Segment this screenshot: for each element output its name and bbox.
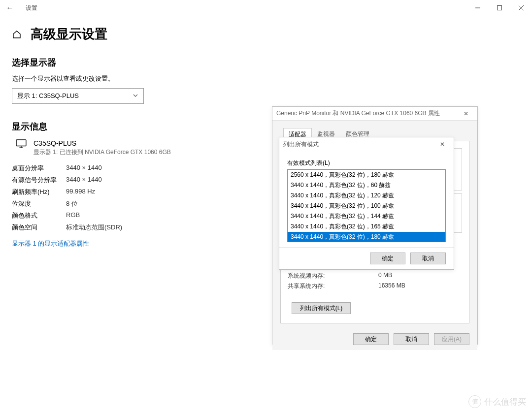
- info-value: 3440 × 1440: [66, 164, 102, 173]
- display-select-value: 显示 1: C35SQ-PLUS: [17, 92, 79, 100]
- apply-button[interactable]: 应用(A): [434, 333, 469, 345]
- monitor-name: C35SQ-PLUS: [33, 139, 171, 147]
- dialog-title: 列出所有模式: [283, 140, 319, 149]
- mode-item[interactable]: 2560 x 1440，真彩色(32 位)，180 赫兹: [288, 170, 445, 180]
- list-all-modes-button[interactable]: 列出所有模式(L): [292, 302, 351, 314]
- cancel-button[interactable]: 取消: [410, 253, 446, 264]
- select-display-hint: 选择一个显示器以查看或更改设置。: [12, 74, 520, 83]
- dialog-titlebar: Generic PnP Monitor 和 NVIDIA GeForce GTX…: [272, 107, 477, 121]
- chevron-down-icon: [133, 93, 138, 100]
- info-label: 桌面分辨率: [12, 164, 66, 173]
- close-button[interactable]: [510, 0, 532, 16]
- close-icon[interactable]: ✕: [435, 141, 450, 148]
- svg-rect-4: [16, 140, 26, 146]
- info-label: 颜色空间: [12, 223, 66, 232]
- back-button[interactable]: ←: [0, 3, 20, 12]
- cancel-button[interactable]: 取消: [394, 333, 429, 345]
- info-value: RGB: [66, 211, 80, 220]
- watermark: 值 什么值得买: [468, 395, 526, 408]
- info-label: 位深度: [12, 199, 66, 208]
- info-value: 99.998 Hz: [66, 188, 95, 196]
- dialog-title: Generic PnP Monitor 和 NVIDIA GeForce GTX…: [276, 109, 440, 118]
- kv-sys-video-mem: 系统视频内存: 0 MB: [288, 271, 462, 281]
- svg-rect-1: [498, 6, 502, 10]
- ok-button[interactable]: 确定: [370, 253, 405, 264]
- window-titlebar: ← 设置: [0, 0, 532, 16]
- mode-item[interactable]: 3440 x 1440，真彩色(32 位)，165 赫兹: [288, 222, 445, 232]
- modes-list[interactable]: 2560 x 1440，真彩色(32 位)，180 赫兹3440 x 1440，…: [287, 169, 446, 242]
- list-modes-dialog: 列出所有模式 ✕ 有效模式列表(L) 2560 x 1440，真彩色(32 位)…: [279, 137, 454, 270]
- maximize-button[interactable]: [489, 0, 510, 16]
- info-value: 标准动态范围(SDR): [66, 223, 122, 232]
- page-title: 高级显示设置: [31, 26, 107, 43]
- window-title: 设置: [20, 4, 37, 12]
- ok-button[interactable]: 确定: [353, 333, 389, 345]
- info-label: 颜色格式: [12, 211, 66, 220]
- mode-item[interactable]: 3440 x 1440，真彩色(32 位)，60 赫兹: [288, 180, 445, 191]
- mode-item[interactable]: 3440 x 1440，真彩色(32 位)，180 赫兹: [288, 232, 445, 242]
- mode-item[interactable]: 3440 x 1440，真彩色(32 位)，100 赫兹: [288, 201, 445, 211]
- monitor-description: 显示器 1: 已连接到 NVIDIA GeForce GTX 1060 6GB: [33, 148, 171, 157]
- kv-shared-mem: 共享系统内存: 16356 MB: [288, 281, 462, 291]
- section-select-display: 选择显示器: [12, 57, 520, 68]
- info-label: 有源信号分辨率: [12, 176, 66, 185]
- home-icon[interactable]: [12, 30, 22, 39]
- mode-item[interactable]: 3440 x 1440，真彩色(32 位)，120 赫兹: [288, 191, 445, 201]
- close-icon[interactable]: ✕: [459, 110, 473, 117]
- info-value: 3440 × 1440: [66, 176, 102, 185]
- adapter-properties-link[interactable]: 显示器 1 的显示适配器属性: [12, 239, 89, 248]
- modes-list-label: 有效模式列表(L): [287, 159, 446, 167]
- display-select[interactable]: 显示 1: C35SQ-PLUS: [12, 88, 144, 104]
- minimize-button[interactable]: [467, 0, 489, 16]
- info-value: 8 位: [66, 199, 78, 208]
- monitor-icon: [16, 139, 27, 150]
- info-label: 刷新频率(Hz): [12, 188, 66, 196]
- mode-item[interactable]: 3440 x 1440，真彩色(32 位)，144 赫兹: [288, 211, 445, 222]
